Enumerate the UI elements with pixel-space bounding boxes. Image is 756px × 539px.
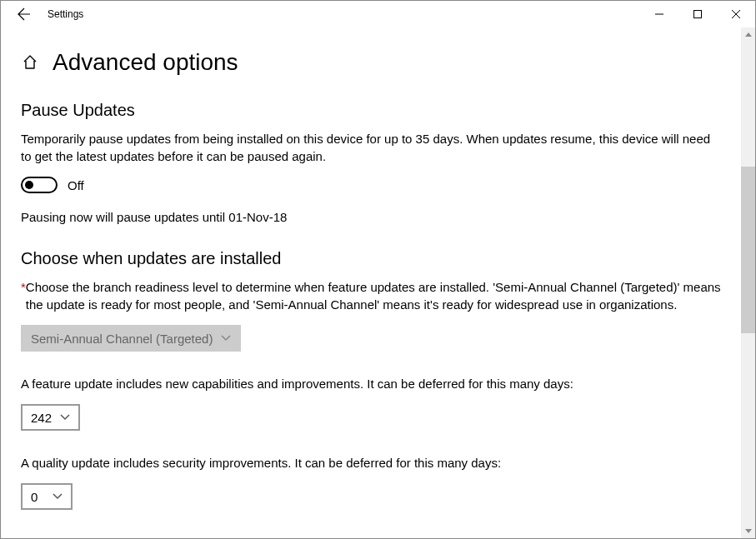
toggle-knob — [25, 181, 33, 189]
window-title: Settings — [48, 8, 83, 20]
pause-toggle[interactable] — [21, 177, 58, 193]
arrow-left-icon — [18, 7, 31, 21]
scroll-thumb[interactable] — [741, 167, 755, 333]
branch-readiness-dropdown: Semi-Annual Channel (Targeted) — [21, 325, 241, 352]
chevron-up-icon — [745, 32, 752, 37]
pause-updates-heading: Pause Updates — [21, 101, 721, 120]
branch-readiness-value: Semi-Annual Channel (Targeted) — [31, 332, 213, 346]
scroll-down-button[interactable] — [741, 524, 755, 538]
titlebar: Settings — [1, 1, 755, 27]
choose-heading: Choose when updates are installed — [21, 249, 721, 268]
pause-description: Temporarily pause updates from being ins… — [21, 130, 721, 165]
scroll-up-button[interactable] — [741, 27, 755, 42]
content-area: Advanced options Pause Updates Temporari… — [1, 27, 741, 538]
vertical-scrollbar[interactable] — [741, 27, 755, 538]
feature-update-text: A feature update includes new capabiliti… — [21, 375, 721, 392]
quality-update-text: A quality update includes security impro… — [21, 454, 721, 472]
pause-toggle-label: Off — [68, 178, 84, 192]
chevron-down-icon — [60, 414, 70, 421]
feature-defer-value: 242 — [31, 411, 52, 425]
quality-defer-value: 0 — [31, 490, 38, 504]
minimize-button[interactable] — [640, 1, 678, 27]
branch-readiness-text: Choose the branch readiness level to det… — [26, 278, 721, 313]
page-title: Advanced options — [53, 49, 238, 76]
quality-defer-dropdown[interactable]: 0 — [21, 483, 73, 510]
home-icon[interactable] — [21, 53, 39, 72]
pause-footer: Pausing now will pause updates until 01-… — [21, 208, 721, 226]
close-button[interactable] — [717, 1, 755, 27]
maximize-button[interactable] — [678, 1, 717, 27]
chevron-down-icon — [745, 529, 752, 533]
svg-rect-0 — [694, 11, 702, 18]
scroll-track[interactable] — [741, 42, 755, 524]
close-icon — [732, 10, 740, 18]
minimize-icon — [655, 10, 663, 18]
chevron-down-icon — [53, 493, 63, 500]
maximize-icon — [693, 10, 702, 18]
chevron-down-icon — [221, 335, 231, 342]
back-button[interactable] — [8, 1, 41, 27]
feature-defer-dropdown[interactable]: 242 — [21, 404, 80, 431]
